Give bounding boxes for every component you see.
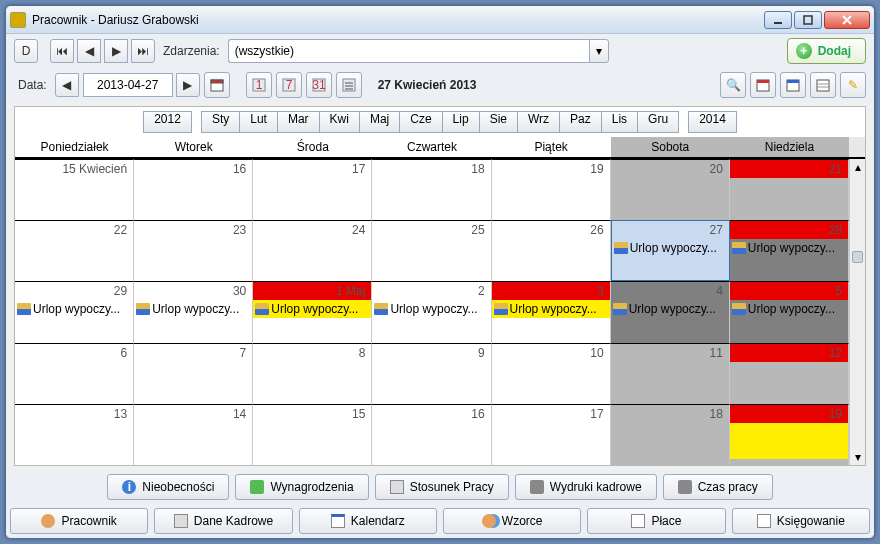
day-number: 9 bbox=[478, 346, 485, 360]
calendar-picker-button[interactable] bbox=[204, 72, 230, 98]
calendar-cell[interactable]: 17 bbox=[253, 159, 372, 220]
tab-kalendarz[interactable]: Kalendarz bbox=[299, 508, 437, 534]
month-btn-lut[interactable]: Lut bbox=[239, 111, 278, 133]
tab-wydruki-kadrowe[interactable]: Wydruki kadrowe bbox=[515, 474, 657, 500]
events-combo[interactable]: (wszystkie) ▾ bbox=[228, 39, 609, 63]
calendar-cell[interactable]: 3Urlop wypoczy... bbox=[492, 281, 611, 342]
month-btn-gru[interactable]: Gru bbox=[637, 111, 679, 133]
calendar-cell[interactable]: 30Urlop wypoczy... bbox=[134, 281, 253, 342]
calendar-event[interactable]: Urlop wypoczy... bbox=[15, 300, 133, 318]
view-7-button[interactable]: 7 bbox=[276, 72, 302, 98]
month-btn-mar[interactable]: Mar bbox=[277, 111, 320, 133]
calendar-cell[interactable]: 18 bbox=[372, 159, 491, 220]
month-btn-maj[interactable]: Maj bbox=[359, 111, 400, 133]
prev-year-button[interactable]: 2012 bbox=[143, 111, 192, 133]
tool-2-button[interactable] bbox=[780, 72, 806, 98]
calendar-cell[interactable]: 4Urlop wypoczy... bbox=[611, 281, 730, 342]
search-button[interactable]: 🔍 bbox=[720, 72, 746, 98]
calendar-cell[interactable]: 10 bbox=[492, 343, 611, 404]
calendar-cell[interactable]: 23 bbox=[134, 220, 253, 281]
calendar-cell[interactable]: 9 bbox=[372, 343, 491, 404]
calendar-cell[interactable]: 7 bbox=[134, 343, 253, 404]
minimize-button[interactable] bbox=[764, 11, 792, 29]
calendar-event[interactable]: Urlop wypoczy... bbox=[492, 300, 610, 318]
calendar-event[interactable]: Urlop wypoczy... bbox=[730, 239, 848, 257]
nav-first-button[interactable]: ⏮ bbox=[50, 39, 74, 63]
calendar-cell[interactable]: 1 MajUrlop wypoczy... bbox=[253, 281, 372, 342]
month-btn-lip[interactable]: Lip bbox=[442, 111, 480, 133]
calendar-cell[interactable]: 15 bbox=[253, 404, 372, 465]
calendar-cell[interactable]: 6 bbox=[15, 343, 134, 404]
tab-place[interactable]: Płace bbox=[587, 508, 725, 534]
month-btn-sty[interactable]: Sty bbox=[201, 111, 240, 133]
calendar-cell[interactable]: 2Urlop wypoczy... bbox=[372, 281, 491, 342]
scroll-thumb[interactable] bbox=[852, 251, 863, 263]
calendar-cell[interactable]: 12 bbox=[730, 343, 849, 404]
view-31-button[interactable]: 31 bbox=[306, 72, 332, 98]
scroll-down-icon[interactable]: ▾ bbox=[850, 449, 865, 465]
view-list-button[interactable] bbox=[336, 72, 362, 98]
calendar-cell[interactable]: 20 bbox=[611, 159, 730, 220]
date-prev-button[interactable]: ◀ bbox=[55, 73, 79, 97]
nav-prev-button[interactable]: ◀ bbox=[77, 39, 101, 63]
nav-next-button[interactable]: ▶ bbox=[104, 39, 128, 63]
calendar-cell[interactable]: 21 bbox=[730, 159, 849, 220]
month-btn-sie[interactable]: Sie bbox=[479, 111, 518, 133]
tab-wynagrodzenia[interactable]: Wynagrodzenia bbox=[235, 474, 368, 500]
calendar-event[interactable]: Urlop wypoczy... bbox=[611, 300, 729, 318]
calendar-cell[interactable]: 11 bbox=[611, 343, 730, 404]
month-btn-kwi[interactable]: Kwi bbox=[319, 111, 360, 133]
scroll-up-icon[interactable]: ▴ bbox=[850, 159, 865, 175]
calendar-event[interactable]: Urlop wypoczy... bbox=[730, 300, 848, 318]
month-btn-cze[interactable]: Cze bbox=[399, 111, 442, 133]
close-button[interactable] bbox=[824, 11, 870, 29]
window-title: Pracownik - Dariusz Grabowski bbox=[32, 13, 764, 27]
nav-last-button[interactable]: ⏭ bbox=[131, 39, 155, 63]
month-btn-lis[interactable]: Lis bbox=[601, 111, 638, 133]
calendar-cell[interactable]: 28Urlop wypoczy... bbox=[730, 220, 849, 281]
next-year-button[interactable]: 2014 bbox=[688, 111, 737, 133]
calendar-cell[interactable]: 15 Kwiecień bbox=[15, 159, 134, 220]
tab-ksiegowanie[interactable]: Księgowanie bbox=[732, 508, 870, 534]
calendar-cell[interactable]: 26 bbox=[492, 220, 611, 281]
calendar-cell[interactable]: 18 bbox=[611, 404, 730, 465]
vertical-scrollbar[interactable]: ▴ ▾ bbox=[849, 159, 865, 465]
calendar-cell[interactable]: 14 bbox=[134, 404, 253, 465]
tool-3-button[interactable] bbox=[810, 72, 836, 98]
calendar-cell[interactable]: 25 bbox=[372, 220, 491, 281]
calendar-cell[interactable]: 19 bbox=[492, 159, 611, 220]
add-button[interactable]: + Dodaj bbox=[787, 38, 866, 64]
day-number: 15 bbox=[352, 407, 365, 421]
tab-pracownik[interactable]: Pracownik bbox=[10, 508, 148, 534]
view-1-button[interactable]: 1 bbox=[246, 72, 272, 98]
calendar-cell[interactable]: 17 bbox=[492, 404, 611, 465]
tab-wzorce[interactable]: Wzorce bbox=[443, 508, 581, 534]
calendar-cell[interactable]: 19 bbox=[730, 404, 849, 465]
month-btn-wrz[interactable]: Wrz bbox=[517, 111, 560, 133]
calendar-event[interactable]: Urlop wypoczy... bbox=[253, 300, 371, 318]
date-next-button[interactable]: ▶ bbox=[176, 73, 200, 97]
month-btn-paz[interactable]: Paz bbox=[559, 111, 602, 133]
calendar-event[interactable]: Urlop wypoczy... bbox=[612, 239, 729, 257]
events-dropdown-button[interactable]: ▾ bbox=[589, 39, 609, 63]
calendar-cell[interactable]: 29Urlop wypoczy... bbox=[15, 281, 134, 342]
maximize-button[interactable] bbox=[794, 11, 822, 29]
calendar-cell[interactable]: 8 bbox=[253, 343, 372, 404]
calendar-cell[interactable]: 22 bbox=[15, 220, 134, 281]
calendar-cell[interactable]: 16 bbox=[134, 159, 253, 220]
calendar-cell[interactable]: 27Urlop wypoczy... bbox=[611, 220, 730, 281]
calendar-cell[interactable]: 13 bbox=[15, 404, 134, 465]
tab-czas-pracy[interactable]: Czas pracy bbox=[663, 474, 773, 500]
tab-dane-kadrowe[interactable]: Dane Kadrowe bbox=[154, 508, 292, 534]
calendar-cell[interactable]: 5Urlop wypoczy... bbox=[730, 281, 849, 342]
d-button[interactable]: D bbox=[14, 39, 38, 63]
calendar-cell[interactable]: 24 bbox=[253, 220, 372, 281]
calendar-cell[interactable]: 16 bbox=[372, 404, 491, 465]
date-input[interactable]: 2013-04-27 bbox=[83, 73, 173, 97]
tool-1-button[interactable] bbox=[750, 72, 776, 98]
edit-button[interactable]: ✎ bbox=[840, 72, 866, 98]
tab-nieobecnosci[interactable]: iNieobecności bbox=[107, 474, 229, 500]
calendar-event[interactable]: Urlop wypoczy... bbox=[134, 300, 252, 318]
tab-stosunek-pracy[interactable]: Stosunek Pracy bbox=[375, 474, 509, 500]
calendar-event[interactable]: Urlop wypoczy... bbox=[372, 300, 490, 318]
